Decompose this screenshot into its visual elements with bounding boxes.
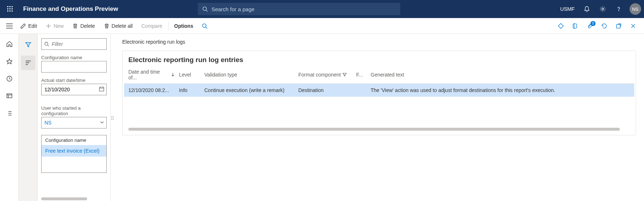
close-icon[interactable] bbox=[627, 19, 640, 32]
config-name-input[interactable] bbox=[41, 61, 107, 73]
cell-datetime: 12/10/2020 08:2... bbox=[128, 87, 179, 93]
help-icon[interactable] bbox=[611, 2, 626, 16]
office-icon[interactable] bbox=[569, 19, 582, 32]
company-selector[interactable]: USMF bbox=[560, 6, 575, 12]
svg-rect-3 bbox=[7, 8, 8, 9]
refresh-icon[interactable] bbox=[598, 19, 611, 32]
svg-rect-47 bbox=[113, 119, 114, 120]
table-row[interactable]: 12/10/2020 08:2... Info Continue executi… bbox=[124, 84, 634, 97]
nav-modules-icon[interactable] bbox=[2, 106, 17, 121]
hamburger-icon[interactable] bbox=[3, 19, 16, 32]
app-launcher-icon[interactable] bbox=[3, 2, 17, 16]
svg-rect-8 bbox=[12, 10, 13, 12]
compare-button[interactable]: Compare bbox=[137, 18, 167, 34]
notifications-icon[interactable] bbox=[580, 2, 594, 16]
filter-icon bbox=[342, 73, 347, 77]
filter-sort-icon[interactable] bbox=[21, 56, 35, 70]
app-title[interactable]: Finance and Operations Preview bbox=[23, 5, 118, 13]
grid-scrollbar[interactable] bbox=[128, 128, 630, 131]
svg-point-9 bbox=[203, 7, 206, 10]
svg-rect-44 bbox=[111, 118, 112, 118]
panel-resize-handle[interactable] bbox=[111, 34, 114, 201]
filter-rail bbox=[19, 34, 38, 201]
user-select[interactable]: NS bbox=[41, 117, 107, 128]
svg-rect-0 bbox=[7, 6, 8, 7]
svg-line-37 bbox=[48, 45, 49, 47]
cell-level: Info bbox=[179, 87, 204, 93]
svg-rect-45 bbox=[113, 118, 114, 118]
svg-rect-1 bbox=[9, 6, 10, 7]
new-button[interactable]: New bbox=[41, 18, 68, 34]
col-level[interactable]: Level bbox=[179, 69, 204, 80]
delete-all-button[interactable]: Delete all bbox=[99, 18, 137, 34]
trash-icon bbox=[72, 23, 78, 29]
edit-button[interactable]: Edit bbox=[16, 18, 41, 34]
sort-desc-icon bbox=[171, 73, 175, 77]
svg-rect-42 bbox=[111, 116, 112, 117]
delete-button[interactable]: Delete bbox=[68, 18, 99, 34]
nav-home-icon[interactable] bbox=[2, 37, 17, 51]
edit-icon bbox=[20, 23, 26, 29]
header-right: USMF NS bbox=[560, 2, 641, 16]
attachment-badge: 0 bbox=[590, 21, 596, 26]
svg-rect-24 bbox=[7, 94, 12, 98]
nav-recent-icon[interactable] bbox=[2, 71, 17, 86]
options-button[interactable]: Options bbox=[170, 18, 198, 34]
svg-rect-4 bbox=[9, 8, 10, 9]
user-avatar[interactable]: NS bbox=[630, 3, 641, 15]
svg-rect-20 bbox=[617, 25, 620, 28]
nav-workspaces-icon[interactable] bbox=[2, 89, 17, 103]
col-generated-text[interactable]: Generated text bbox=[371, 69, 630, 80]
svg-line-19 bbox=[206, 27, 207, 29]
options-label: Options bbox=[174, 23, 193, 29]
nav-rail bbox=[0, 34, 19, 201]
svg-rect-5 bbox=[12, 8, 13, 9]
svg-rect-6 bbox=[7, 10, 8, 12]
cell-generated-text: The 'View' action was used to adjust for… bbox=[371, 87, 630, 93]
trash-icon bbox=[104, 23, 110, 29]
cell-validation: Continue execution (write a remark) bbox=[204, 87, 298, 93]
calendar-icon[interactable] bbox=[99, 86, 105, 93]
new-label: New bbox=[54, 23, 64, 29]
config-name-label: Configuration name bbox=[41, 55, 107, 60]
col-f[interactable]: F... bbox=[356, 69, 371, 80]
search-action-button[interactable] bbox=[197, 18, 214, 34]
separator bbox=[168, 21, 169, 31]
svg-point-12 bbox=[618, 10, 619, 11]
search-icon bbox=[202, 23, 208, 29]
col-datetime[interactable]: Date and time of... bbox=[128, 69, 179, 80]
attachments-icon[interactable]: 0 bbox=[583, 19, 596, 32]
col-format-component[interactable]: Format component bbox=[298, 69, 356, 80]
actual-start-input[interactable] bbox=[41, 84, 107, 95]
diamond-icon[interactable] bbox=[554, 19, 567, 32]
settings-icon[interactable] bbox=[596, 2, 610, 16]
config-list: Configuration name Free text invoice (Ex… bbox=[41, 135, 107, 173]
plus-icon bbox=[46, 23, 51, 29]
actual-start-label: Actual start date/time bbox=[41, 78, 107, 83]
page-title: Electronic reporting run logs bbox=[122, 39, 636, 45]
popout-icon[interactable] bbox=[612, 19, 625, 32]
svg-point-36 bbox=[45, 42, 48, 45]
svg-line-10 bbox=[206, 10, 208, 12]
svg-rect-7 bbox=[9, 10, 10, 12]
col-validation[interactable]: Validation type bbox=[204, 69, 298, 80]
svg-point-11 bbox=[602, 8, 604, 10]
edit-label: Edit bbox=[28, 23, 37, 29]
search-box[interactable] bbox=[198, 3, 400, 15]
grid-header: Date and time of... Level Validation typ… bbox=[124, 66, 634, 84]
filter-search-input[interactable] bbox=[41, 38, 107, 50]
filter-funnel-icon[interactable] bbox=[21, 38, 35, 52]
body-layout: Configuration name Actual start date/tim… bbox=[0, 34, 644, 201]
nav-favorites-icon[interactable] bbox=[2, 54, 17, 69]
config-list-item[interactable]: Free text invoice (Excel) bbox=[42, 145, 106, 157]
delete-label: Delete bbox=[80, 23, 95, 29]
compare-label: Compare bbox=[141, 23, 162, 29]
chevron-down-icon bbox=[100, 120, 104, 126]
svg-point-18 bbox=[202, 24, 206, 27]
config-list-header: Configuration name bbox=[42, 135, 106, 145]
search-input[interactable] bbox=[212, 6, 396, 12]
action-bar: Edit New Delete Delete all Compare Optio… bbox=[0, 18, 644, 34]
log-grid: Date and time of... Level Validation typ… bbox=[123, 66, 636, 135]
panel-scrollbar[interactable] bbox=[41, 197, 107, 201]
app-header: Finance and Operations Preview USMF NS bbox=[0, 0, 644, 18]
